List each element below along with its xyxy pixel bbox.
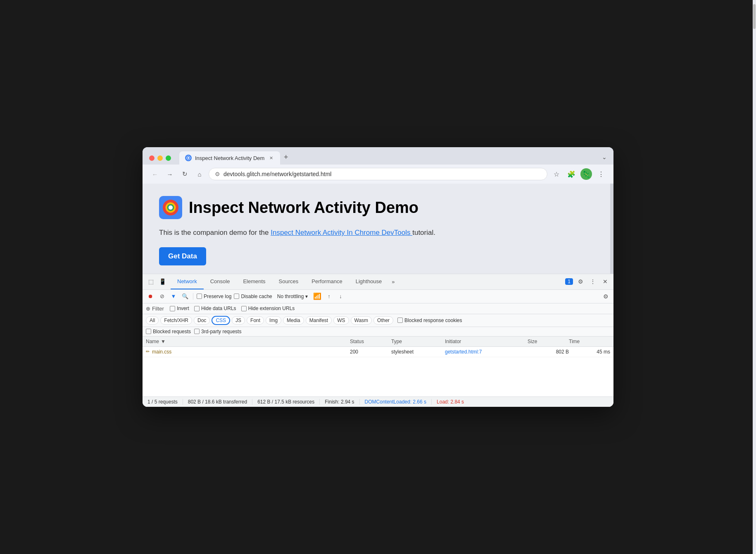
download-icon[interactable]: ↓: [336, 292, 345, 301]
tab-close-button[interactable]: ✕: [268, 155, 274, 161]
device-toolbar-icon[interactable]: 📱: [157, 277, 167, 287]
tab-network[interactable]: Network: [171, 274, 204, 289]
cell-status: 200: [350, 349, 391, 355]
col-size-label: Size: [528, 339, 537, 344]
blocked-requests-row: Blocked requests 3rd-party requests: [143, 327, 613, 337]
col-initiator-label: Initiator: [445, 339, 461, 344]
reload-button[interactable]: ↻: [179, 168, 190, 180]
status-requests: 1 / 5 requests: [147, 399, 183, 405]
type-btn-ws[interactable]: WS: [333, 316, 349, 325]
hide-ext-urls-label: Hide extension URLs: [248, 306, 295, 311]
col-header-initiator: Initiator: [445, 339, 528, 344]
address-bar: ← → ↻ ⌂ ⚙ devtools.glitch.me/network/get…: [143, 165, 613, 184]
page-header: Inspect Network Activity Demo: [159, 196, 594, 219]
status-resources: 612 B / 17.5 kB resources: [252, 399, 320, 405]
invert-checkbox[interactable]: Invert: [170, 306, 189, 311]
devtools-settings-icon[interactable]: ⚙: [575, 277, 585, 287]
forward-button[interactable]: →: [164, 168, 176, 180]
type-btn-other[interactable]: Other: [373, 316, 393, 325]
status-load: Load: 2.84 s: [432, 399, 469, 405]
blocked-requests-label: Blocked requests: [153, 329, 191, 334]
devtools-more-icon[interactable]: ⋮: [588, 277, 598, 287]
file-icon: ✏: [146, 349, 150, 354]
type-btn-media[interactable]: Media: [283, 316, 304, 325]
devtools-close-icon[interactable]: ✕: [600, 277, 610, 287]
logo-svg: [159, 196, 182, 219]
devtools-right-icons: 1 ⚙ ⋮ ✕: [565, 277, 610, 287]
tab-console[interactable]: Console: [204, 274, 237, 289]
bookmark-icon[interactable]: ☆: [551, 168, 562, 180]
tab-elements[interactable]: Elements: [236, 274, 272, 289]
upload-icon[interactable]: ↑: [324, 292, 333, 301]
wifi-icon[interactable]: 📶: [313, 292, 322, 301]
col-header-status: Status: [350, 339, 391, 344]
active-tab[interactable]: Inspect Network Activity Dem ✕: [179, 151, 280, 165]
throttling-dropdown[interactable]: No throttling ▾: [275, 293, 311, 300]
chrome-devtools-logo: [159, 196, 182, 219]
hide-data-urls-label: Hide data URLs: [201, 306, 236, 311]
type-filter-row: All Fetch/XHR Doc CSS JS Font Img Media …: [143, 314, 613, 327]
type-btn-img[interactable]: Img: [266, 316, 281, 325]
close-traffic-light[interactable]: [149, 155, 155, 161]
type-btn-doc[interactable]: Doc: [194, 316, 210, 325]
type-btn-font[interactable]: Font: [247, 316, 264, 325]
clear-button[interactable]: ⊘: [157, 292, 166, 301]
tab-sources[interactable]: Sources: [272, 274, 305, 289]
traffic-lights: [149, 155, 171, 161]
disable-cache-checkbox[interactable]: Disable cache: [234, 294, 272, 299]
blocked-response-cookies-checkbox[interactable]: Blocked response cookies: [397, 318, 462, 323]
browser-window: Inspect Network Activity Dem ✕ + ⌄ ← → ↻…: [143, 147, 613, 407]
tab-more-button[interactable]: »: [388, 274, 398, 289]
type-btn-all[interactable]: All: [146, 316, 159, 325]
col-header-time: Time: [569, 339, 610, 344]
disable-cache-label: Disable cache: [241, 294, 272, 299]
title-bar-right: ⌄: [602, 153, 607, 161]
preserve-log-checkbox[interactable]: Preserve log: [197, 294, 231, 299]
file-name: main.css: [152, 349, 171, 355]
maximize-traffic-light[interactable]: [166, 155, 171, 161]
url-bar[interactable]: ⚙ devtools.glitch.me/network/getstarted.…: [209, 168, 547, 180]
search-button[interactable]: 🔍: [181, 292, 190, 301]
url-text: devtools.glitch.me/network/getstarted.ht…: [223, 171, 541, 177]
address-bar-icons: ☆ 🧩 🦎 ⋮: [551, 168, 607, 180]
description-link[interactable]: Inspect Network Activity In Chrome DevTo…: [271, 229, 412, 236]
third-party-requests-checkbox[interactable]: 3rd-party requests: [194, 329, 241, 334]
tab-performance[interactable]: Performance: [305, 274, 349, 289]
profile-icon[interactable]: 🦎: [580, 168, 592, 180]
record-button[interactable]: ⏺: [146, 292, 155, 301]
inspect-element-icon[interactable]: ⬚: [146, 277, 156, 287]
cell-initiator[interactable]: getstarted.html:7: [445, 349, 528, 355]
type-btn-wasm[interactable]: Wasm: [351, 316, 372, 325]
network-settings-icon[interactable]: ⚙: [601, 292, 610, 301]
more-options-icon[interactable]: ⋮: [595, 168, 607, 180]
get-data-button[interactable]: Get Data: [159, 247, 206, 265]
status-dom-content-loaded: DOMContentLoaded: 2.66 s: [360, 399, 432, 405]
filter-row: ⊕ Filter Invert Hide data URLs: [143, 303, 613, 314]
throttling-chevron-icon: ▾: [305, 294, 308, 299]
blocked-requests-check: [146, 329, 151, 334]
back-button[interactable]: ←: [149, 168, 161, 180]
type-btn-fetchxhr[interactable]: Fetch/XHR: [160, 316, 192, 325]
blocked-response-cookies-label: Blocked response cookies: [404, 318, 462, 323]
status-finish: Finish: 2.94 s: [320, 399, 359, 405]
chevron-down-icon[interactable]: ⌄: [602, 154, 607, 160]
col-header-name: Name ▼: [146, 339, 350, 344]
minimize-traffic-light[interactable]: [157, 155, 163, 161]
type-btn-js[interactable]: JS: [232, 316, 245, 325]
tabs-area: Inspect Network Activity Dem ✕ +: [179, 151, 597, 165]
hide-ext-urls-checkbox[interactable]: Hide extension URLs: [241, 306, 295, 311]
hide-data-urls-checkbox[interactable]: Hide data URLs: [194, 306, 236, 311]
table-row[interactable]: ✏ main.css 200 stylesheet getstarted.htm…: [143, 347, 613, 357]
home-button[interactable]: ⌂: [194, 168, 205, 180]
hide-data-urls-check: [194, 306, 200, 311]
new-tab-button[interactable]: +: [280, 151, 292, 163]
cell-time: 45 ms: [569, 349, 610, 355]
type-btn-manifest[interactable]: Manifest: [306, 316, 332, 325]
table-header: Name ▼ Status Type Initiator Size: [143, 337, 613, 347]
blocked-requests-checkbox[interactable]: Blocked requests: [146, 329, 191, 334]
tab-lighthouse[interactable]: Lighthouse: [349, 274, 389, 289]
extensions-icon[interactable]: 🧩: [566, 168, 577, 180]
type-btn-css[interactable]: CSS: [212, 316, 230, 325]
filter-button[interactable]: ▼: [169, 292, 178, 301]
invert-label: Invert: [177, 306, 189, 311]
